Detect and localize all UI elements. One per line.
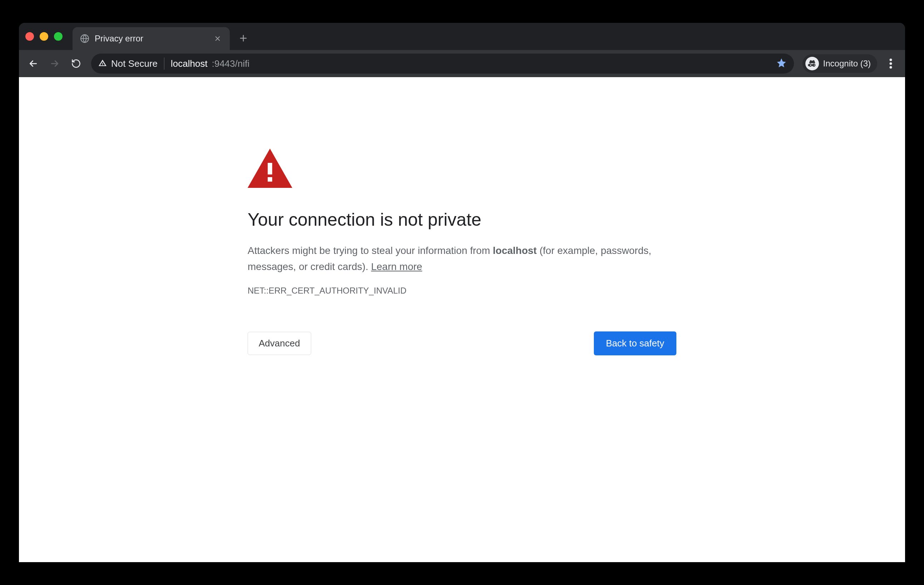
back-button[interactable] [24, 54, 43, 73]
window-zoom-button[interactable] [54, 32, 63, 41]
learn-more-link[interactable]: Learn more [371, 261, 422, 272]
security-status-label: Not Secure [111, 58, 158, 69]
button-row: Advanced Back to safety [248, 331, 676, 355]
browser-toolbar: Not Secure localhost:9443/nifi Incognito [19, 50, 905, 77]
bookmark-star-icon[interactable] [776, 58, 787, 70]
svg-point-5 [890, 66, 892, 69]
ssl-error-interstitial: Your connection is not private Attackers… [248, 148, 676, 562]
error-code: NET::ERR_CERT_AUTHORITY_INVALID [248, 286, 676, 296]
warning-triangle-icon [98, 59, 107, 69]
danger-triangle-icon [248, 148, 676, 189]
svg-point-4 [890, 63, 892, 65]
advanced-button-label: Advanced [259, 338, 300, 349]
new-tab-button[interactable] [236, 31, 251, 45]
browser-window: Privacy error [19, 23, 905, 562]
page-content: Your connection is not private Attackers… [19, 77, 905, 562]
error-headline: Your connection is not private [248, 209, 676, 230]
incognito-indicator[interactable]: Incognito (3) [802, 54, 877, 73]
back-to-safety-label: Back to safety [606, 338, 664, 349]
url-path: :9443/nifi [212, 58, 250, 69]
incognito-label: Incognito (3) [823, 59, 871, 69]
svg-point-1 [809, 64, 812, 66]
url-host: localhost [171, 58, 208, 69]
close-tab-button[interactable] [213, 34, 223, 44]
forward-button[interactable] [45, 54, 64, 73]
omnibox-divider [164, 58, 164, 70]
svg-rect-6 [267, 163, 272, 175]
browser-menu-button[interactable] [881, 54, 900, 73]
back-to-safety-button[interactable]: Back to safety [594, 331, 676, 355]
window-minimize-button[interactable] [40, 32, 48, 41]
address-bar[interactable]: Not Secure localhost:9443/nifi [91, 54, 794, 74]
error-body-pre: Attackers might be trying to steal your … [248, 245, 493, 256]
error-body-text: Attackers might be trying to steal your … [248, 243, 676, 275]
advanced-button[interactable]: Advanced [248, 332, 311, 355]
svg-point-3 [890, 59, 892, 61]
reload-button[interactable] [67, 54, 86, 73]
svg-rect-7 [267, 177, 272, 182]
window-close-button[interactable] [25, 32, 34, 41]
incognito-icon [805, 57, 819, 70]
tab-title: Privacy error [95, 34, 208, 44]
window-controls [25, 32, 73, 41]
browser-tab[interactable]: Privacy error [73, 27, 230, 50]
error-host: localhost [493, 245, 537, 256]
tab-strip: Privacy error [19, 23, 905, 50]
globe-icon [80, 34, 90, 44]
